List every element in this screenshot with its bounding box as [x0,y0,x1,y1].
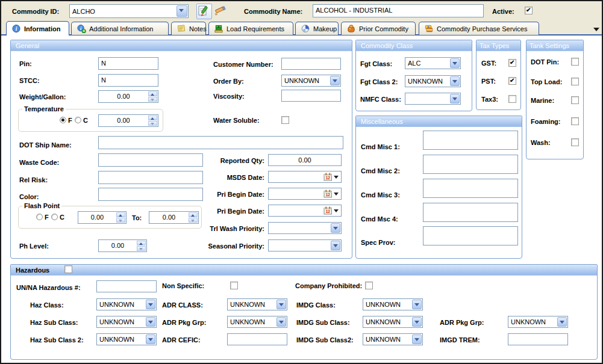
tab-additional-information[interactable]: i+ Additional Information [71,22,169,35]
chevron-down-icon[interactable] [334,176,339,179]
chevron-down-icon[interactable] [450,58,460,68]
cmd-misc2-input[interactable] [423,155,518,174]
fgt-class-dropdown[interactable]: ALC [405,57,461,69]
temperature-spinner[interactable]: 0.00 [98,114,158,127]
fgt-class2-dropdown[interactable]: UNKNOWN [405,75,461,87]
ph-level-spinner[interactable]: 0.00 [98,239,147,252]
cmd-msc4-input[interactable] [423,203,518,222]
nmfc-class-dropdown[interactable] [405,93,461,105]
spin-down-icon[interactable] [137,246,146,251]
seasonal-priority-dropdown[interactable] [268,239,342,251]
top-load-checkbox[interactable] [571,78,579,85]
commodity-name-input[interactable]: ALCOHOL - INDUSTRIAL [313,4,484,17]
customer-number-input[interactable] [281,58,341,70]
calendar-icon[interactable]: 12 [323,190,333,198]
adr-pkg-grp-dropdown[interactable]: UNKNOWN [227,316,287,328]
spec-prov-input[interactable] [423,226,518,245]
viscosity-input[interactable] [281,90,341,102]
chevron-down-icon[interactable] [277,317,286,327]
dot-pin-checkbox[interactable] [571,58,579,66]
waste-code-input[interactable] [98,153,203,167]
spin-down-icon[interactable] [148,121,157,126]
chevron-down-icon[interactable] [412,335,422,344]
chevron-down-icon[interactable] [557,317,567,327]
imdg-sub-class-dropdown[interactable]: UNKNOWN [363,316,423,328]
temperature-c-radio[interactable] [75,117,81,123]
spin-up-icon[interactable] [148,116,157,120]
adr-cefic-input[interactable] [227,333,287,345]
edit-commodity-button[interactable] [196,4,212,19]
haz-class-dropdown[interactable]: UNKNOWN [96,298,157,310]
gst-checkbox[interactable] [508,59,516,67]
color-input[interactable] [98,188,203,201]
wash-checkbox[interactable] [571,138,579,146]
imdg-sub-class2-dropdown[interactable]: UNKNOWN [363,333,423,345]
tab-prior-commodity[interactable]: Prior Commodity [341,22,416,35]
pst-checkbox[interactable] [508,77,516,85]
ph-level-label: Ph Level: [19,242,49,250]
chevron-down-icon[interactable] [146,300,155,309]
tab-makeup[interactable]: Makeup [295,22,339,35]
trl-wash-priority-dropdown[interactable] [268,222,342,234]
stcc-input[interactable]: N [98,74,158,87]
chevron-down-icon[interactable] [334,209,339,212]
adr-pkg-grp2-dropdown[interactable]: UNKNOWN [508,316,568,328]
rel-risk-input[interactable] [98,171,203,184]
tab-load-requirements[interactable]: Load Requirements [208,22,293,35]
order-by-dropdown[interactable]: UNKNOWN [281,75,341,87]
calendar-icon[interactable]: 12 [323,206,333,215]
spin-up-icon[interactable] [148,91,157,96]
chevron-down-icon[interactable] [331,241,340,250]
chevron-down-icon[interactable] [330,76,340,85]
flash-point-f-radio[interactable] [36,214,43,220]
chevron-down-icon[interactable] [450,76,460,86]
unna-hazardous-input[interactable] [96,280,157,292]
tab-information[interactable]: i Information [6,21,69,35]
chevron-down-icon[interactable] [277,300,286,309]
non-specific-checkbox[interactable] [230,282,238,289]
spin-down-icon[interactable] [148,97,157,102]
chevron-down-icon[interactable] [177,5,187,17]
pri-begin-date-picker[interactable]: 12 [268,188,342,200]
msds-date-picker[interactable]: 12 [268,171,342,183]
chevron-down-icon[interactable] [334,193,339,196]
company-prohibited-checkbox[interactable] [365,282,373,289]
foaming-checkbox[interactable] [571,117,579,125]
marine-checkbox[interactable] [571,96,579,104]
cmd-misc3-input[interactable] [423,179,518,198]
chevron-down-icon[interactable] [450,94,460,103]
spin-up-icon[interactable] [137,241,146,245]
imgd-trem-input[interactable] [508,333,568,345]
pin-input[interactable]: N [98,57,158,70]
tab-commodity-purchase-services[interactable]: Commodity Purchase Services [419,22,539,35]
dot-ship-name-input[interactable] [98,136,343,149]
temperature-f-radio[interactable] [60,117,66,123]
imdg-class-dropdown[interactable]: UNKNOWN [363,298,423,310]
chevron-down-icon[interactable] [412,317,422,327]
hazardous-checkbox[interactable] [64,265,72,273]
calendar-icon[interactable]: 12 [323,173,333,181]
flash-point-c-radio[interactable] [51,214,58,220]
flash-point-from-spinner[interactable]: 0.00 [78,211,127,224]
chevron-down-icon[interactable] [146,335,155,344]
pri-begin-date2-picker[interactable]: 12 [268,205,342,217]
tab-notes[interactable]: Notes [171,22,206,35]
haz-sub-class-dropdown[interactable]: UNKNOWN [96,316,157,328]
adr-class-dropdown[interactable]: UNKNOWN [227,298,287,310]
spin-down-icon[interactable] [116,218,125,223]
spin-down-icon[interactable] [189,218,198,223]
water-soluble-checkbox[interactable] [281,116,289,124]
chevron-down-icon[interactable] [331,223,340,233]
weight-gallon-spinner[interactable]: 0.00 [98,90,158,103]
commodity-id-combobox[interactable]: ALCHO [69,4,189,18]
chevron-down-icon[interactable] [412,300,422,309]
tax3-checkbox[interactable] [508,95,516,103]
tab-overflow-arrow-icon[interactable] [593,28,599,31]
active-checkbox[interactable] [525,7,533,14]
reported-qty-input[interactable]: 0.00 [268,154,342,166]
pencil-icon[interactable] [213,5,227,17]
cmd-misc1-input[interactable] [423,131,518,150]
spin-up-icon[interactable] [116,212,125,217]
chevron-down-icon[interactable] [146,317,155,327]
haz-sub-class2-dropdown[interactable]: UNKNOWN [96,333,157,345]
